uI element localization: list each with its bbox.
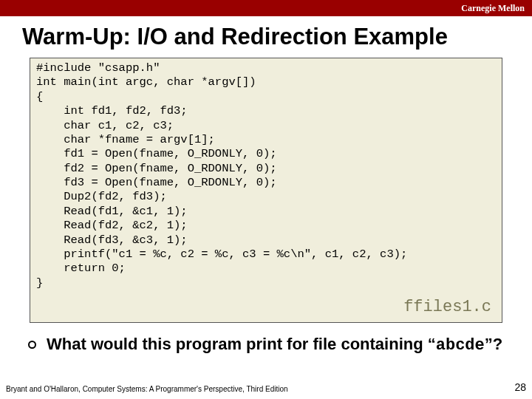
code-text: #include "csapp.h" int main(int argc, ch… <box>36 61 407 290</box>
question-text: What would this program print for file c… <box>47 335 502 355</box>
code-filename: ffiles1.c <box>403 297 491 318</box>
slide-title: Warm-Up: I/O and Redirection Example <box>0 16 532 58</box>
page-number: 28 <box>514 381 526 393</box>
question-row: What would this program print for file c… <box>0 323 532 355</box>
slide: Carnegie Mellon Warm-Up: I/O and Redirec… <box>0 0 532 399</box>
code-block: #include "csapp.h" int main(int argc, ch… <box>30 58 502 323</box>
footer: Bryant and O'Hallaron, Computer Systems:… <box>6 381 526 393</box>
institution-label: Carnegie Mellon <box>461 3 525 14</box>
question-mono: abcde <box>436 336 485 355</box>
header-bar: Carnegie Mellon <box>0 0 532 16</box>
footer-citation: Bryant and O'Hallaron, Computer Systems:… <box>6 385 288 393</box>
bullet-icon <box>28 341 36 349</box>
question-suffix: ”? <box>485 335 502 353</box>
question-prefix: What would this program print for file c… <box>47 335 436 353</box>
